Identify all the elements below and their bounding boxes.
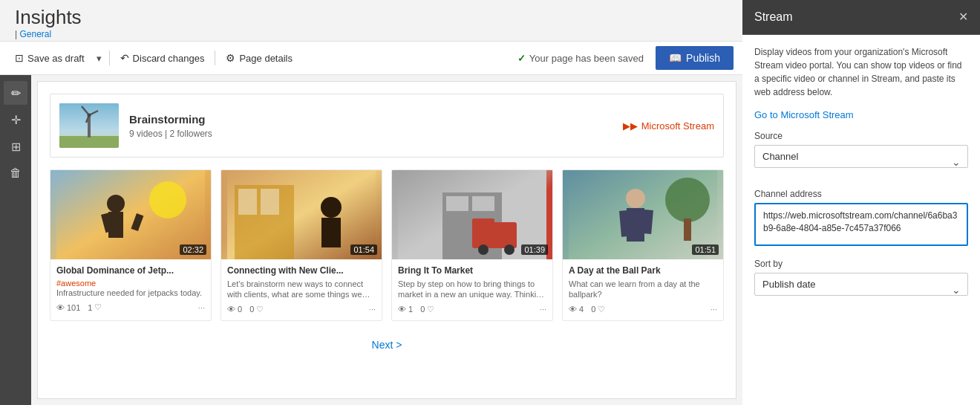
sort-select[interactable]: Publish date [754, 273, 968, 296]
svg-point-25 [478, 244, 489, 255]
panel-close-button[interactable]: ✕ [958, 11, 968, 23]
saved-status-text: Your page has been saved [529, 53, 644, 64]
svg-point-8 [149, 181, 186, 218]
video-duration-3: 01:39 [521, 244, 548, 255]
video-tag-1: #awesome [56, 279, 205, 288]
video-stats-2: 👁 0 0 ♡ ··· [227, 305, 376, 314]
sort-label: Sort by [754, 259, 968, 269]
svg-rect-1 [59, 136, 119, 148]
discard-label: Discard changes [133, 53, 205, 64]
views-count-2: 0 [238, 305, 242, 314]
video-views-3: 👁 1 [398, 305, 413, 314]
views-count-4: 4 [579, 305, 584, 314]
heart-icon-3: ♡ [427, 305, 434, 314]
video-likes-3: 0 ♡ [420, 305, 434, 314]
svg-point-26 [504, 244, 514, 255]
svg-rect-29 [684, 218, 691, 241]
toolbar-divider-1 [109, 51, 110, 65]
saved-status: ✓ Your page has been saved [517, 53, 644, 64]
svg-rect-24 [472, 218, 494, 233]
svg-point-9 [107, 195, 125, 213]
ms-stream-label: Microsoft Stream [641, 120, 714, 132]
video-duration-4: 01:51 [692, 244, 719, 255]
discard-changes-button[interactable]: ↶ Discard changes [114, 48, 211, 68]
eye-icon-1: 👁 [56, 303, 65, 312]
video-stats-1: 👁 101 1 ♡ ··· [56, 302, 205, 312]
page-details-button[interactable]: ⚙ Page details [220, 48, 298, 68]
right-panel: Stream ✕ Display videos from your organi… [742, 0, 980, 405]
toolbar-divider-2 [215, 51, 215, 65]
views-count-3: 1 [408, 305, 413, 314]
heart-icon-2: ♡ [256, 305, 264, 314]
eye-icon-3: 👁 [398, 305, 406, 314]
video-desc-1: Infrastructure needed for jetpacks today… [56, 288, 205, 298]
page-details-label: Page details [239, 53, 293, 64]
video-likes-2: 0 ♡ [249, 305, 264, 314]
video-more-3[interactable]: ··· [540, 305, 546, 314]
delete-sidebar-icon[interactable]: 🗑 [4, 161, 27, 185]
publish-label: Publish [686, 52, 720, 64]
edit-sidebar-icon[interactable]: ✏ [4, 81, 27, 105]
next-button[interactable]: Next > [372, 339, 402, 351]
panel-description: Display videos from your organization's … [754, 45, 968, 99]
video-more-1[interactable]: ··· [198, 303, 205, 312]
stream-header-card: Brainstorming 9 videos | 2 followers ▶▶ … [50, 94, 724, 158]
discard-icon: ↶ [120, 52, 129, 64]
panel-title: Stream [754, 10, 793, 24]
publish-button[interactable]: 📖 Publish [656, 46, 734, 70]
video-views-2: 👁 0 [227, 305, 242, 314]
ms-stream-icon: ▶▶ [623, 120, 638, 132]
svg-point-6 [88, 114, 91, 117]
save-icon: ⊡ [15, 52, 24, 64]
ms-stream-badge[interactable]: ▶▶ Microsoft Stream [623, 120, 714, 132]
sort-select-wrapper: Publish date [754, 273, 968, 306]
video-title-1: Global Dominance of Jetp... [56, 265, 205, 276]
video-desc-4: What can we learn from a day at the ball… [569, 279, 717, 300]
source-select[interactable]: Channel [754, 145, 968, 168]
stream-name: Brainstorming [129, 113, 623, 126]
publish-icon: 📖 [669, 52, 682, 64]
source-select-wrapper: Channel [754, 145, 968, 178]
duplicate-sidebar-icon[interactable]: ⊞ [4, 135, 27, 158]
video-more-2[interactable]: ··· [369, 305, 376, 314]
left-sidebar: ✏ ✛ ⊞ 🗑 [0, 75, 31, 405]
svg-point-28 [665, 178, 710, 222]
svg-rect-18 [321, 218, 341, 247]
page-header: Insights General [0, 0, 742, 41]
video-duration-1: 02:32 [180, 244, 206, 255]
video-duration-2: 01:54 [350, 244, 377, 255]
stream-info: Brainstorming 9 videos | 2 followers [129, 113, 623, 139]
video-title-2: Connecting with New Clie... [227, 265, 376, 276]
likes-count-4: 0 [591, 305, 595, 314]
svg-rect-21 [446, 196, 468, 211]
check-icon: ✓ [517, 53, 526, 64]
video-info-4: A Day at the Ball Park What can we learn… [563, 259, 723, 320]
content-wrapper: ✏ ✛ ⊞ 🗑 [0, 75, 742, 405]
move-sidebar-icon[interactable]: ✛ [4, 108, 27, 132]
video-info-3: Bring It To Market Step by step on how t… [392, 259, 552, 320]
svg-rect-16 [261, 189, 279, 215]
likes-count-3: 0 [420, 305, 425, 314]
video-desc-3: Step by step on how to bring things to m… [398, 279, 546, 300]
breadcrumb[interactable]: General [15, 29, 728, 39]
video-views-4: 👁 4 [569, 305, 584, 314]
video-stats-4: 👁 4 0 ♡ ··· [569, 305, 717, 314]
views-count-1: 101 [67, 303, 80, 312]
video-stats-3: 👁 1 0 ♡ ··· [398, 305, 546, 314]
video-thumbnail-3: 01:39 [392, 170, 552, 259]
video-thumbnail-1: 02:32 [50, 170, 211, 259]
svg-point-30 [626, 189, 645, 208]
video-more-4[interactable]: ··· [710, 305, 717, 314]
video-title-4: A Day at the Ball Park [569, 265, 717, 276]
page-title: Insights [15, 6, 728, 29]
save-as-draft-button[interactable]: ⊡ Save as draft [9, 48, 91, 68]
stream-meta: 9 videos | 2 followers [129, 129, 623, 139]
dropdown-arrow[interactable]: ▾ [94, 48, 105, 68]
svg-point-17 [321, 197, 342, 218]
video-likes-4: 0 ♡ [591, 305, 605, 314]
save-draft-label: Save as draft [27, 53, 85, 64]
channel-address-input[interactable] [754, 203, 968, 246]
page-content: Brainstorming 9 videos | 2 followers ▶▶ … [37, 81, 736, 399]
go-to-stream-link[interactable]: Go to Microsoft Stream [754, 109, 968, 120]
heart-icon-4: ♡ [598, 305, 605, 314]
